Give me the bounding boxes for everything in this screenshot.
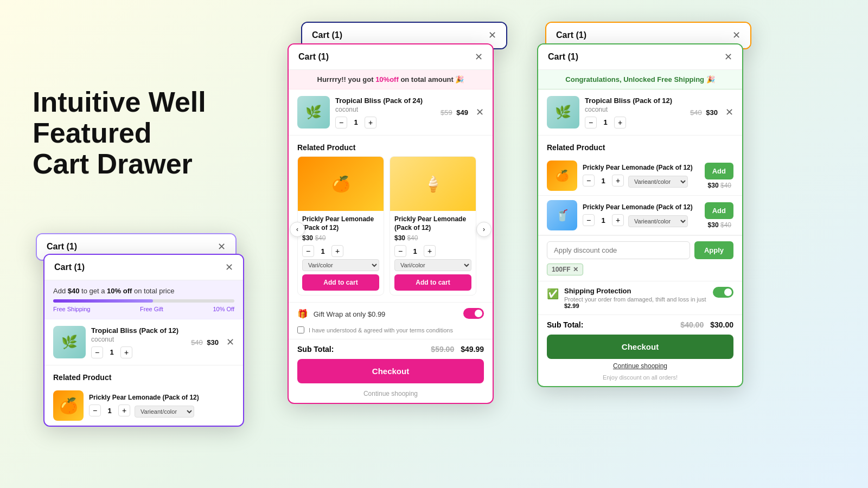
close-drawer-1-outer[interactable]: ✕ <box>218 242 226 252</box>
subtotal-old-2: $59.00 <box>431 345 454 354</box>
related-card-2-1-price: $30 $40 <box>302 234 379 242</box>
terms-label: I have understood & agreed with your ter… <box>309 327 453 333</box>
close-drawer-2[interactable]: ✕ <box>475 52 483 62</box>
price-new-3: $30 <box>706 108 718 117</box>
cart-item-2-price: $59 $49 <box>441 108 468 117</box>
related-card-2-1: 🍊 Prickly Pear Lemonade (Pack of 12) $30… <box>297 156 384 296</box>
cart-item-3-info: Tropical Bliss (Pack of 12) coconut − 1 … <box>585 97 685 129</box>
related-qty-val-2-1: 1 <box>318 247 327 255</box>
checkout-btn-2[interactable]: Checkout <box>297 359 484 383</box>
add-to-cart-2-2[interactable]: Add to cart <box>394 274 471 291</box>
remove-item-3[interactable]: ✕ <box>725 107 733 117</box>
qty-increase-2[interactable]: + <box>365 117 376 129</box>
qty-decrease-1[interactable]: − <box>91 346 103 358</box>
remove-item-2[interactable]: ✕ <box>476 107 484 117</box>
qty-increase-3[interactable]: + <box>614 117 626 129</box>
gift-wrap-toggle[interactable] <box>463 308 484 319</box>
add-btn-3-1[interactable]: Add <box>705 163 733 179</box>
related-card-2-1-name: Prickly Pear Lemonade (Pack of 12) <box>302 215 379 232</box>
qty-decrease-2[interactable]: − <box>335 117 347 129</box>
related-qty-dec-1[interactable]: − <box>89 404 101 416</box>
related-item-1-controls: − 1 + Varieant/color <box>89 403 234 418</box>
related-qty-inc-2-2[interactable]: + <box>424 245 436 257</box>
promo-banner-green: Congratulations, Unlocked Free Shipping … <box>538 70 742 89</box>
related-section-title-2: Related Product <box>289 136 493 156</box>
shield-icon: ✅ <box>547 288 559 300</box>
add-btn-3-2[interactable]: Add <box>705 202 733 219</box>
related-card-2-1-img: 🍊 <box>298 157 384 211</box>
shipping-title: Shipping Protection <box>564 287 707 295</box>
discount-row: Apply 100FF ✕ <box>538 235 742 281</box>
qty-increase-1[interactable]: + <box>120 346 132 358</box>
related-card-2-2-name: Prickly Pear Lemonade (Pack of 12) <box>394 215 471 232</box>
related-3-2-name: Prickly Pear Lemonade (Pack of 12) <box>583 203 699 211</box>
cart-title-3: Cart (1) <box>548 52 578 62</box>
apply-btn[interactable]: Apply <box>694 241 733 259</box>
related-variant-3-2[interactable]: Varieant/color <box>628 215 688 227</box>
related-qty-dec-2-2[interactable]: − <box>394 245 406 257</box>
shipping-protection-toggle[interactable] <box>713 287 733 298</box>
related-products-2: 🍊 Prickly Pear Lemonade (Pack of 12) $30… <box>289 156 493 302</box>
shipping-text: Shipping Protection Protect your order f… <box>564 287 707 309</box>
discount-tag-remove[interactable]: ✕ <box>573 266 578 273</box>
related-qty-inc-3-2[interactable]: + <box>612 214 624 226</box>
cart-item-3-price: $40 $30 <box>690 108 718 117</box>
tropical-bliss-art-2: 🌿 <box>297 96 330 129</box>
cart-title-2: Cart (1) <box>298 52 329 62</box>
related-3-2-info: Prickly Pear Lemonade (Pack of 12) − 1 +… <box>583 203 699 227</box>
subtotal-prices-3: $40.00 $30.00 <box>680 320 733 329</box>
continue-link-3-anchor[interactable]: Continue shooping <box>613 362 667 370</box>
qty-decrease-3[interactable]: − <box>585 117 597 129</box>
discount-input[interactable] <box>547 241 690 259</box>
related-qty-inc-3-1[interactable]: + <box>612 175 624 187</box>
promo-green-highlight: Free Shipping <box>657 75 704 84</box>
cart-item-3-name: Tropical Bliss (Pack of 12) <box>585 97 685 105</box>
close-drawer-3[interactable]: ✕ <box>724 52 732 62</box>
terms-row: I have understood & agreed with your ter… <box>289 324 493 339</box>
cart-item-2-image: 🌿 <box>297 96 330 129</box>
cart-drawer-1: Cart (1) ✕ Add $40 to get a 10% off on t… <box>43 254 244 427</box>
shipping-desc: Protect your order from damaged, thift a… <box>564 296 707 309</box>
related-item-1-name: Prickly Pear Lemonade (Pack of 12) <box>89 394 234 401</box>
related-qty-dec-2-1[interactable]: − <box>302 245 314 257</box>
related-variant-2-2[interactable]: Vari/color <box>394 259 471 271</box>
subtotal-label-2: Sub Total: <box>297 345 334 354</box>
price-old-3: $40 <box>690 108 702 117</box>
related-3-2-img: 🥤 <box>547 200 577 230</box>
subtotal-new-3: $30.00 <box>710 320 733 329</box>
popsicle-art: 🍦 <box>390 157 476 211</box>
carousel-right-2[interactable]: › <box>476 222 492 237</box>
cart-item-1-variant: coconut <box>91 336 186 343</box>
related-card-2-1-info: Prickly Pear Lemonade (Pack of 12) $30 $… <box>298 211 384 295</box>
cart-title-3-back: Cart (1) <box>556 30 586 40</box>
close-drawer-1[interactable]: ✕ <box>225 262 233 272</box>
related-variant-select-1[interactable]: Varieant/color <box>135 406 194 418</box>
cart-drawer-1-header: Cart (1) ✕ <box>44 255 243 280</box>
related-row-3-1: 🍊 Prickly Pear Lemonade (Pack of 12) − 1… <box>538 156 742 196</box>
checkout-btn-3[interactable]: Checkout <box>547 335 733 359</box>
related-qty-val-3-2: 1 <box>599 216 608 224</box>
related-variant-3-1[interactable]: Varieant/color <box>628 176 688 188</box>
related-3-1-info: Prickly Pear Lemonade (Pack of 12) − 1 +… <box>583 164 699 188</box>
related-row-3-2: 🥤 Prickly Pear Lemonade (Pack of 12) − 1… <box>538 196 742 235</box>
progress-banner: Add $40 to get a 10% off on total price … <box>44 280 243 319</box>
cart-title-2-back: Cart (1) <box>312 30 342 40</box>
cart-title-1: Cart (1) <box>54 262 85 272</box>
related-qty-dec-3-1[interactable]: − <box>583 175 595 187</box>
price-new-1: $30 <box>207 338 219 346</box>
close-drawer-3-back[interactable]: ✕ <box>732 30 741 40</box>
related-variant-2-1[interactable]: Vari/color <box>302 259 379 271</box>
related-card-2-2: 🍦 Prickly Pear Lemonade (Pack of 12) $30… <box>390 156 476 296</box>
remove-item-1[interactable]: ✕ <box>226 337 234 347</box>
terms-checkbox[interactable] <box>297 326 304 333</box>
cart-item-3-qty: − 1 + <box>585 117 685 129</box>
cart-item-1: 🌿 Tropical Bliss (Pack of 12) coconut − … <box>44 319 243 365</box>
related-item-1-info: Prickly Pear Lemonade (Pack of 12) − 1 +… <box>89 394 234 418</box>
qty-value-2: 1 <box>352 118 360 126</box>
related-qty-inc-1[interactable]: + <box>118 404 130 416</box>
add-to-cart-2-1[interactable]: Add to cart <box>302 274 379 291</box>
close-drawer-2-back[interactable]: ✕ <box>488 30 496 40</box>
related-qty-dec-3-2[interactable]: − <box>583 214 595 226</box>
carousel-left-2[interactable]: ‹ <box>290 222 305 237</box>
related-qty-inc-2-1[interactable]: + <box>331 245 343 257</box>
